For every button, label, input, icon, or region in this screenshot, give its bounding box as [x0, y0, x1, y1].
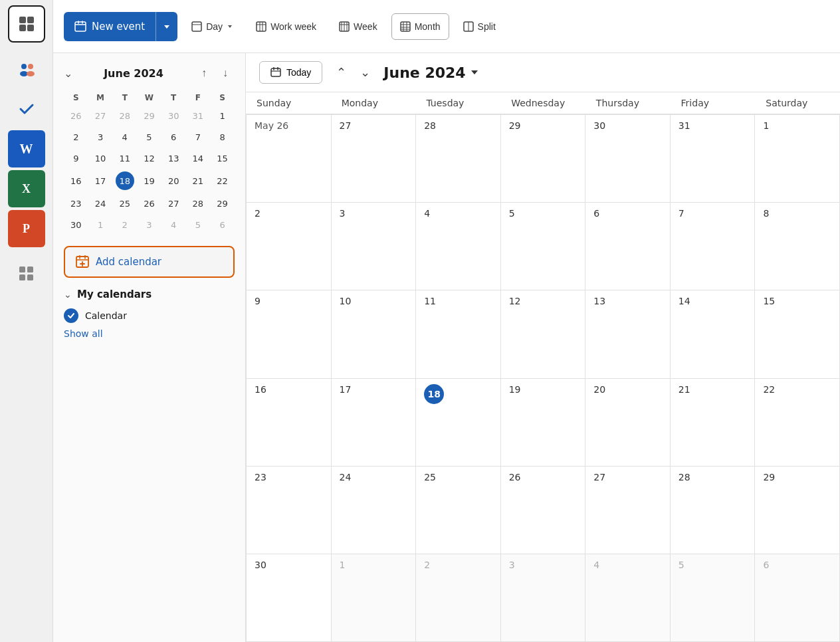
mini-cal-day[interactable]: 11 [112, 148, 137, 169]
cal-grid-cell[interactable]: 4 [585, 554, 671, 642]
mini-cal-day[interactable]: 13 [161, 148, 186, 169]
mini-cal-collapse-btn[interactable]: ⌄ [64, 67, 72, 80]
cal-grid-cell[interactable]: 6 [755, 554, 840, 642]
cal-month-title[interactable]: June 2024 [383, 64, 478, 81]
more-apps-icon[interactable] [8, 255, 45, 292]
add-calendar-button[interactable]: Add calendar [64, 246, 235, 278]
new-event-button[interactable]: New event [64, 12, 177, 41]
mini-cal-day[interactable]: 4 [161, 214, 186, 235]
mini-cal-day[interactable]: 5 [186, 214, 211, 235]
mini-cal-day[interactable]: 30 [161, 105, 186, 126]
mini-cal-day[interactable]: 31 [186, 105, 211, 126]
mini-cal-day[interactable]: 9 [64, 148, 88, 169]
cal-grid-cell[interactable]: 10 [332, 290, 417, 378]
mini-cal-day[interactable]: 30 [64, 214, 88, 235]
show-all-link[interactable]: Show all [64, 328, 235, 339]
cal-grid-cell[interactable]: 28 [416, 115, 501, 203]
mini-cal-day[interactable]: 24 [88, 193, 113, 214]
mini-cal-day[interactable]: 2 [112, 214, 137, 235]
cal-grid-cell[interactable]: 29 [755, 467, 840, 554]
tasks-icon[interactable] [8, 90, 45, 128]
new-event-dropdown-btn[interactable] [156, 12, 177, 41]
cal-grid-cell[interactable]: 17 [332, 379, 417, 467]
cal-grid-cell[interactable]: 1 [332, 554, 417, 642]
mini-cal-day[interactable]: 19 [137, 169, 161, 193]
view-workweek-btn[interactable]: Work week [247, 13, 325, 40]
cal-grid-cell[interactable]: 1 [755, 115, 840, 203]
cal-grid-cell[interactable]: May 26 [247, 115, 332, 203]
cal-grid-cell[interactable]: 24 [332, 467, 417, 554]
mini-cal-day[interactable]: 29 [137, 105, 161, 126]
cal-grid-cell[interactable]: 19 [501, 379, 586, 467]
cal-grid-cell[interactable]: 7 [671, 203, 756, 290]
mini-cal-day[interactable]: 20 [161, 169, 186, 193]
mini-cal-day[interactable]: 6 [210, 214, 235, 235]
view-week-btn[interactable]: Week [330, 13, 386, 40]
mini-cal-day[interactable]: 7 [186, 126, 211, 148]
mini-cal-day[interactable]: 4 [112, 126, 137, 148]
mini-cal-day[interactable]: 27 [161, 193, 186, 214]
cal-grid-cell[interactable]: 22 [755, 379, 840, 467]
cal-grid-cell[interactable]: 9 [247, 290, 332, 378]
cal-grid-cell[interactable]: 3 [501, 554, 586, 642]
mini-cal-day[interactable]: 17 [88, 169, 113, 193]
excel-icon[interactable]: X [8, 170, 45, 207]
mini-cal-day[interactable]: 18 [112, 169, 137, 193]
mini-cal-day[interactable]: 23 [64, 193, 88, 214]
word-icon[interactable]: W [8, 130, 45, 167]
cal-grid-cell[interactable]: 23 [247, 467, 332, 554]
mini-cal-day[interactable]: 1 [210, 105, 235, 126]
cal-grid-cell[interactable]: 13 [585, 290, 671, 378]
people-icon[interactable] [8, 51, 45, 88]
view-day-btn[interactable]: Day [183, 13, 242, 40]
mini-cal-day[interactable]: 27 [88, 105, 113, 126]
my-calendars-collapse-btn[interactable]: ⌄ [64, 289, 72, 300]
mini-cal-next-btn[interactable]: ↓ [216, 64, 235, 82]
mini-cal-day[interactable]: 3 [137, 214, 161, 235]
mini-cal-day[interactable]: 29 [210, 193, 235, 214]
cal-grid-cell[interactable]: 15 [755, 290, 840, 378]
cal-grid-cell[interactable]: 25 [416, 467, 501, 554]
mini-cal-day[interactable]: 1 [88, 214, 113, 235]
mini-cal-day[interactable]: 3 [88, 126, 113, 148]
new-event-main[interactable]: New event [64, 12, 156, 41]
cal-grid-cell[interactable]: 8 [755, 203, 840, 290]
cal-next-btn[interactable]: ⌄ [354, 62, 375, 83]
mini-cal-day[interactable]: 22 [210, 169, 235, 193]
cal-grid-cell[interactable]: 27 [332, 115, 417, 203]
cal-grid-cell[interactable]: 5 [671, 554, 756, 642]
mini-cal-day[interactable]: 12 [137, 148, 161, 169]
cal-grid-cell[interactable]: 3 [332, 203, 417, 290]
cal-grid-cell[interactable]: 11 [416, 290, 501, 378]
cal-grid-cell[interactable]: 26 [501, 467, 586, 554]
cal-prev-btn[interactable]: ⌃ [330, 62, 352, 83]
cal-grid-cell[interactable]: 30 [585, 115, 671, 203]
cal-grid-cell[interactable]: 2 [247, 203, 332, 290]
cal-grid-cell[interactable]: 21 [671, 379, 756, 467]
mini-cal-day[interactable]: 16 [64, 169, 88, 193]
mini-cal-day[interactable]: 14 [186, 148, 211, 169]
cal-grid-cell[interactable]: 30 [247, 554, 332, 642]
cal-grid-cell[interactable]: 18 [416, 379, 501, 467]
mini-cal-day[interactable]: 10 [88, 148, 113, 169]
mini-cal-day[interactable]: 21 [186, 169, 211, 193]
cal-grid-cell[interactable]: 16 [247, 379, 332, 467]
mini-cal-day[interactable]: 26 [64, 105, 88, 126]
cal-grid-cell[interactable]: 31 [671, 115, 756, 203]
mini-cal-prev-btn[interactable]: ↑ [195, 64, 213, 82]
mini-cal-day[interactable]: 28 [112, 105, 137, 126]
cal-grid-cell[interactable]: 27 [585, 467, 671, 554]
calendar-app-icon[interactable] [8, 5, 45, 43]
calendar-check[interactable] [64, 308, 78, 323]
mini-cal-day[interactable]: 25 [112, 193, 137, 214]
cal-grid-cell[interactable]: 2 [416, 554, 501, 642]
powerpoint-icon[interactable]: P [8, 210, 45, 247]
view-split-btn[interactable]: Split [455, 13, 504, 40]
mini-cal-day[interactable]: 5 [137, 126, 161, 148]
cal-grid-cell[interactable]: 5 [501, 203, 586, 290]
mini-cal-day[interactable]: 26 [137, 193, 161, 214]
cal-grid-cell[interactable]: 29 [501, 115, 586, 203]
cal-grid-cell[interactable]: 6 [585, 203, 671, 290]
cal-grid-cell[interactable]: 12 [501, 290, 586, 378]
mini-cal-day[interactable]: 8 [210, 126, 235, 148]
